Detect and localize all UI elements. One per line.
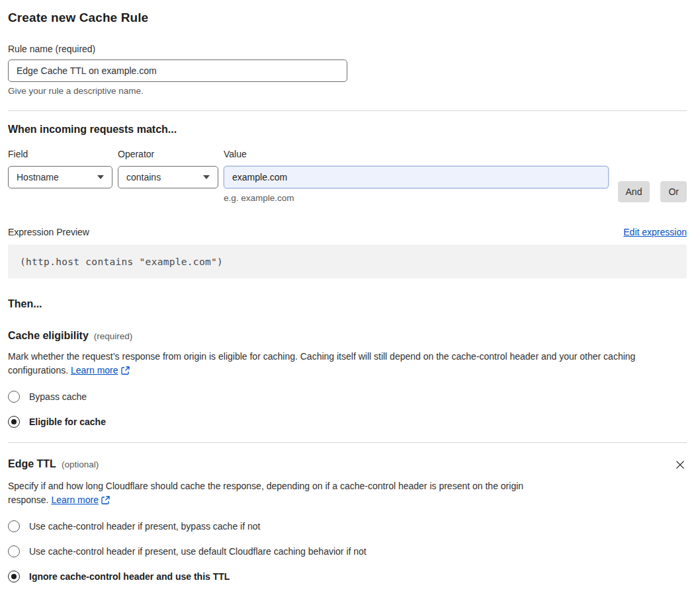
field-select-value: Hostname: [17, 172, 59, 182]
rule-name-label: Rule name (required): [8, 44, 687, 54]
page-title: Create new Cache Rule: [8, 11, 687, 25]
close-icon[interactable]: [674, 458, 687, 471]
edge-ttl-heading-row: Edge TTL (optional): [8, 458, 687, 471]
divider: [8, 442, 687, 443]
value-hint: e.g. example.com: [224, 193, 609, 203]
cache-eligibility-learn-more-link[interactable]: Learn more: [71, 365, 130, 376]
radio-icon[interactable]: [8, 545, 20, 557]
radio-label: Ignore cache-control header and use this…: [29, 571, 230, 582]
radio-label: Eligible for cache: [29, 417, 106, 427]
chevron-down-icon: [203, 175, 210, 179]
edit-expression-link[interactable]: Edit expression: [623, 227, 687, 237]
operator-select-value: contains: [126, 172, 161, 182]
edge-ttl-heading: Edge TTL: [8, 458, 56, 470]
radio-label: Use cache-control header if present, byp…: [29, 521, 260, 532]
radio-bypass-cache[interactable]: Bypass cache: [8, 391, 687, 403]
radio-label: Use cache-control header if present, use…: [29, 546, 367, 557]
value-input-text: example.com: [232, 172, 287, 182]
value-label: Value: [224, 149, 609, 159]
edge-ttl-heading-group: Edge TTL (optional): [8, 458, 99, 470]
chevron-down-icon: [97, 175, 104, 179]
rule-name-section: Rule name (required) Edge Cache TTL on e…: [8, 44, 687, 96]
match-section: When incoming requests match... Field Ho…: [8, 124, 687, 203]
and-button[interactable]: And: [618, 181, 650, 202]
field-column: Field Hostname: [8, 149, 112, 203]
match-heading: When incoming requests match...: [8, 124, 687, 136]
radio-icon[interactable]: [8, 391, 20, 403]
external-link-icon: [121, 366, 130, 375]
cache-eligibility-required-tag: (required): [94, 331, 133, 341]
expression-preview-label: Expression Preview: [8, 227, 89, 237]
andor-buttons: And Or: [618, 149, 687, 203]
expression-section: Expression Preview Edit expression (http…: [8, 227, 687, 278]
radio-ignore-cache-control[interactable]: Ignore cache-control header and use this…: [8, 571, 687, 582]
value-input[interactable]: example.com: [224, 166, 609, 188]
radio-icon-checked[interactable]: [8, 416, 20, 428]
divider: [8, 110, 687, 111]
operator-select[interactable]: contains: [118, 166, 218, 188]
cache-eligibility-description: Mark whether the request’s response from…: [8, 350, 687, 378]
edge-ttl-description: Specify if and how long Cloudflare shoul…: [8, 479, 557, 507]
then-heading: Then...: [8, 298, 687, 310]
expression-header: Expression Preview Edit expression: [8, 227, 687, 237]
rule-name-input[interactable]: Edge Cache TTL on example.com: [8, 60, 347, 82]
rule-name-help: Give your rule a descriptive name.: [8, 86, 687, 96]
match-row: Field Hostname Operator contains Value e…: [8, 149, 687, 203]
learn-more-label: Learn more: [51, 495, 99, 505]
or-button[interactable]: Or: [660, 181, 687, 202]
expression-code-block: (http.host contains "example.com"): [8, 245, 687, 278]
operator-column: Operator contains: [118, 149, 218, 203]
radio-cache-control-bypass[interactable]: Use cache-control header if present, byp…: [8, 520, 687, 532]
external-link-icon: [101, 496, 110, 504]
rule-name-value: Edge Cache TTL on example.com: [17, 65, 157, 76]
edge-ttl-section: Edge TTL (optional) Specify if and how l…: [8, 458, 687, 599]
value-column: Value example.com e.g. example.com: [224, 149, 609, 203]
radio-cache-control-default[interactable]: Use cache-control header if present, use…: [8, 545, 687, 557]
edge-ttl-learn-more-link[interactable]: Learn more: [51, 495, 110, 505]
cache-eligibility-heading-row: Cache eligibility (required): [8, 330, 687, 342]
radio-eligible-for-cache[interactable]: Eligible for cache: [8, 416, 687, 428]
cache-eligibility-heading: Cache eligibility: [8, 330, 89, 342]
radio-label: Bypass cache: [29, 391, 87, 402]
radio-icon[interactable]: [8, 520, 20, 532]
field-select[interactable]: Hostname: [8, 166, 112, 188]
operator-label: Operator: [118, 149, 218, 159]
radio-icon-checked[interactable]: [8, 571, 20, 582]
expression-code: (http.host contains "example.com"): [20, 257, 223, 267]
learn-more-label: Learn more: [71, 365, 118, 376]
edge-ttl-optional-tag: (optional): [62, 459, 99, 469]
create-cache-rule-form: Create new Cache Rule Rule name (require…: [0, 0, 700, 599]
cache-eligibility-section: Cache eligibility (required) Mark whethe…: [8, 330, 687, 428]
field-label: Field: [8, 149, 112, 159]
